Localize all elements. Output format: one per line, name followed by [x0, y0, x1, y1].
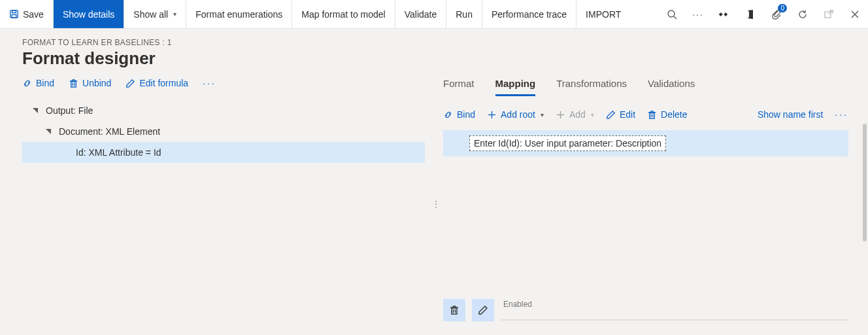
map-format-to-model-button[interactable]: Map format to model: [292, 0, 395, 28]
caret-placeholder: [61, 149, 69, 156]
show-details-button[interactable]: Show details: [54, 0, 124, 28]
svg-rect-1: [12, 10, 16, 13]
tree-node-label: Document: XML Element: [59, 126, 160, 137]
tree-node-id[interactable]: Id: XML Attribute = Id: [22, 142, 425, 163]
ellipsis-icon: ···: [692, 9, 704, 20]
bottom-strip: Enabled: [443, 299, 848, 321]
mapping-row-value: Enter Id(Id): User input parameter: Desc…: [469, 135, 666, 151]
svg-marker-7: [748, 10, 753, 19]
edit-formula-label: Edit formula: [139, 78, 188, 88]
bind-label: Bind: [457, 109, 475, 120]
edit-button[interactable]: Edit: [606, 109, 635, 120]
pencil-icon: [606, 110, 616, 120]
delete-label: Delete: [661, 109, 687, 120]
edit-formula-button[interactable]: Edit formula: [125, 78, 188, 88]
enabled-input[interactable]: [501, 319, 848, 321]
svg-rect-2: [12, 14, 16, 18]
caret-down-icon: [44, 128, 52, 135]
right-tabs: Format Mapping Transformations Validatio…: [443, 78, 848, 96]
add-dropdown: Add ▾: [556, 109, 594, 120]
diamonds-button[interactable]: [711, 0, 737, 28]
delete-button[interactable]: Delete: [647, 109, 687, 120]
delete-icon-button[interactable]: [443, 299, 465, 321]
mapping-row-selected[interactable]: Enter Id(Id): User input parameter: Desc…: [443, 130, 848, 156]
command-bar: Save Show details Show all ▾ Format enum…: [0, 0, 868, 29]
diamonds-icon: [718, 12, 730, 17]
add-root-label: Add root: [501, 109, 535, 120]
tree-node-label: Output: File: [46, 105, 93, 116]
breadcrumb: FORMAT TO LEARN ER BASELINES : 1: [22, 38, 846, 47]
pencil-icon: [478, 305, 488, 315]
search-button[interactable]: [659, 0, 685, 28]
pencil-icon: [125, 79, 135, 88]
left-more-button[interactable]: ···: [203, 78, 216, 88]
show-all-label: Show all: [133, 9, 168, 20]
tab-mapping[interactable]: Mapping: [495, 78, 536, 96]
add-label: Add: [569, 109, 586, 120]
tab-format[interactable]: Format: [443, 78, 475, 96]
office-icon: [745, 9, 756, 20]
popout-icon: [824, 9, 834, 20]
office-button[interactable]: [737, 0, 763, 28]
performance-trace-button[interactable]: Performance trace: [482, 0, 576, 28]
unbind-label: Unbind: [82, 78, 111, 88]
page-title: Format designer: [22, 48, 846, 69]
edit-label: Edit: [620, 109, 635, 120]
edit-icon-button[interactable]: [472, 299, 494, 321]
show-all-dropdown[interactable]: Show all ▾: [124, 0, 186, 28]
tree-node-label: Id: XML Attribute = Id: [76, 147, 161, 158]
right-toolbar: Bind Add root ▾ Add ▾ Edit: [443, 109, 848, 120]
tab-validations[interactable]: Validations: [648, 78, 695, 96]
save-button[interactable]: Save: [0, 0, 54, 28]
svg-rect-25: [650, 113, 655, 118]
run-button[interactable]: Run: [446, 0, 482, 28]
search-icon: [667, 9, 677, 20]
right-more-button[interactable]: ···: [835, 109, 848, 120]
attachments-badge: 0: [778, 4, 787, 12]
svg-marker-5: [719, 12, 723, 16]
link-icon: [443, 110, 453, 120]
trash-icon: [69, 79, 78, 88]
svg-marker-6: [724, 12, 727, 16]
save-icon: [9, 9, 19, 19]
plus-icon: [487, 110, 497, 120]
trash-icon: [449, 305, 459, 315]
chevron-down-icon: ▾: [541, 111, 544, 118]
mapping-panel: ⋮ Format Mapping Transformations Validat…: [434, 78, 868, 330]
svg-marker-19: [33, 108, 38, 113]
bind-button[interactable]: Bind: [22, 78, 54, 88]
page-body: FORMAT TO LEARN ER BASELINES : 1 Format …: [0, 29, 868, 335]
chevron-down-icon: ▾: [591, 111, 594, 118]
svg-marker-20: [46, 129, 51, 134]
add-root-dropdown[interactable]: Add root ▾: [487, 109, 544, 120]
enabled-field: Enabled: [501, 300, 848, 321]
svg-rect-12: [71, 81, 76, 86]
attachments-button[interactable]: 0: [763, 0, 790, 28]
more-commands-button[interactable]: ···: [685, 0, 711, 28]
vertical-scrollbar[interactable]: [863, 124, 867, 241]
close-button[interactable]: [842, 0, 868, 28]
popout-button[interactable]: [816, 0, 842, 28]
tree-node-document[interactable]: Document: XML Element: [22, 121, 425, 142]
run-label: Run: [456, 9, 473, 20]
splitter-grip[interactable]: ⋮: [431, 203, 441, 205]
import-button[interactable]: IMPORT: [576, 0, 630, 28]
refresh-icon: [797, 9, 808, 20]
link-icon: [22, 79, 32, 88]
tab-transformations[interactable]: Transformations: [556, 78, 627, 96]
format-enum-label: Format enumerations: [195, 9, 282, 20]
show-name-first-button[interactable]: Show name first: [758, 109, 823, 120]
svg-rect-32: [452, 308, 457, 314]
plus-icon: [556, 110, 565, 120]
tree-node-output[interactable]: Output: File: [22, 100, 425, 121]
refresh-button[interactable]: [790, 0, 816, 28]
perf-trace-label: Performance trace: [492, 9, 567, 20]
format-enumerations-button[interactable]: Format enumerations: [186, 0, 292, 28]
enabled-label: Enabled: [503, 300, 848, 309]
page-header: FORMAT TO LEARN ER BASELINES : 1 Format …: [0, 38, 868, 69]
cmdbar-spacer: [630, 0, 659, 28]
bind-button-right[interactable]: Bind: [443, 109, 475, 120]
chevron-down-icon: ▾: [173, 10, 176, 18]
unbind-button[interactable]: Unbind: [69, 78, 111, 88]
validate-button[interactable]: Validate: [395, 0, 447, 28]
